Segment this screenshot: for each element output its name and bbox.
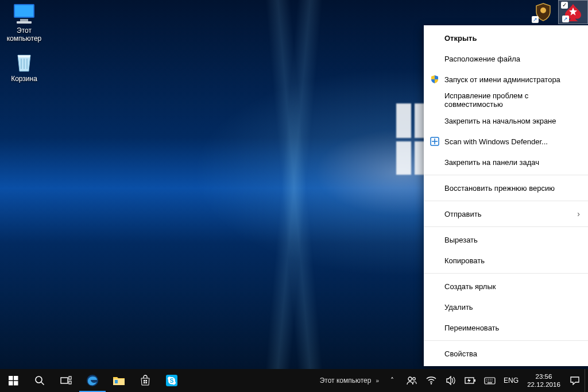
tray-volume[interactable]: [441, 369, 461, 392]
desktop-icon-label: Корзина: [11, 75, 37, 83]
taskbar-app-explorer[interactable]: [106, 369, 132, 392]
svg-rect-20: [144, 382, 145, 384]
windows-logo-icon: [9, 376, 18, 386]
menu-item-label: Открыть: [444, 34, 477, 43]
tray-battery[interactable]: [461, 369, 480, 392]
menu-item-run-as-admin[interactable]: Запуск от имени администратора: [424, 69, 588, 90]
svg-rect-9: [14, 381, 18, 386]
desktop-icon-recycle-bin[interactable]: Корзина: [3, 51, 45, 83]
svg-rect-8: [9, 381, 13, 386]
menu-item-compatibility[interactable]: Исправление проблем с совместимостью: [424, 90, 588, 110]
menu-item-restore-previous[interactable]: Восстановить прежнюю версию: [424, 178, 588, 198]
menu-item-pin-start[interactable]: Закрепить на начальном экране: [424, 110, 588, 131]
tray-input-indicator[interactable]: [480, 369, 500, 392]
menu-item-delete[interactable]: Удалить: [424, 297, 588, 317]
svg-point-25: [413, 378, 416, 381]
menu-item-create-shortcut[interactable]: Создать ярлык: [424, 276, 588, 297]
menu-separator: [424, 175, 588, 175]
desktop[interactable]: Этот компьютер Корзина ↗ ✓: [0, 0, 588, 392]
defender-icon: [430, 136, 440, 147]
menu-item-label: Отправить: [444, 210, 481, 218]
menu-item-send-to[interactable]: Отправить ›: [424, 203, 588, 224]
start-button[interactable]: [0, 369, 26, 392]
search-icon: [34, 375, 45, 386]
menu-item-properties[interactable]: Свойства: [424, 343, 588, 364]
menu-item-label: Переименовать: [444, 324, 499, 332]
store-icon: [140, 375, 151, 386]
system-tray: ˄ ENG 23:56 22.12.2016: [382, 369, 588, 392]
svg-rect-17: [115, 380, 118, 383]
taskbar-app-skype[interactable]: S: [158, 369, 185, 392]
shortcut-overlay-icon: ↗: [532, 16, 539, 23]
tray-language[interactable]: ENG: [500, 369, 523, 392]
svg-rect-21: [146, 382, 148, 384]
show-desktop-button[interactable]: [585, 369, 588, 392]
menu-item-label: Создать ярлык: [444, 282, 496, 291]
context-menu: Открыть Расположение файла Запуск от име…: [424, 25, 588, 366]
speaker-icon: [446, 376, 456, 385]
svg-rect-14: [69, 381, 71, 384]
menu-item-rename[interactable]: Переименовать: [424, 317, 588, 338]
svg-rect-19: [146, 380, 148, 382]
taskbar-overflow-chevron[interactable]: »: [376, 378, 379, 384]
chevron-right-icon: ›: [577, 209, 580, 218]
desktop-shortcuts-top-right: ↗ ✓ ↗: [528, 0, 588, 24]
svg-point-26: [431, 383, 432, 384]
menu-item-scan-defender[interactable]: Scan with Windows Defender...: [424, 131, 588, 152]
uac-shield-icon: [430, 74, 440, 84]
svg-point-10: [36, 376, 42, 383]
task-view-icon: [60, 376, 72, 385]
desktop-icon-label: Этот компьютер: [7, 26, 42, 43]
menu-item-label: Вырезать: [444, 236, 478, 244]
checkmark-icon: ✓: [561, 2, 568, 9]
menu-item-pin-taskbar[interactable]: Закрепить на панели задач: [424, 152, 588, 172]
recycle-bin-icon: [11, 51, 37, 74]
svg-point-4: [540, 7, 546, 13]
keyboard-icon: [484, 376, 496, 385]
menu-item-label: Свойства: [444, 349, 477, 358]
taskbar: S Этот компьютер » ˄ ENG 23:56 22.12.201…: [0, 369, 588, 392]
menu-item-label: Закрепить на панели задач: [444, 158, 539, 167]
svg-text:S: S: [170, 378, 174, 384]
menu-item-label: Восстановить прежнюю версию: [444, 184, 555, 193]
clock-time: 23:56: [525, 372, 563, 381]
tray-people[interactable]: [402, 369, 421, 392]
menu-item-label: Исправление проблем с совместимостью: [444, 91, 580, 109]
menu-separator: [424, 201, 588, 201]
language-label: ENG: [504, 376, 519, 385]
tray-show-hidden[interactable]: ˄: [382, 369, 402, 392]
menu-item-file-location[interactable]: Расположение файла: [424, 48, 588, 69]
chevron-up-icon: ˄: [390, 376, 394, 385]
tray-clock[interactable]: 23:56 22.12.2016: [523, 370, 565, 391]
menu-item-label: Scan with Windows Defender...: [444, 137, 548, 146]
pokerstars-shortcut[interactable]: ✓ ↗: [558, 0, 588, 24]
folder-icon: [113, 375, 125, 386]
menu-item-open[interactable]: Открыть: [424, 28, 588, 48]
svg-rect-7: [14, 376, 18, 381]
people-icon: [407, 376, 417, 385]
menu-item-cut[interactable]: Вырезать: [424, 229, 588, 250]
svg-rect-3: [17, 21, 32, 24]
battery-icon: [465, 377, 476, 384]
svg-line-11: [41, 382, 44, 385]
menu-item-copy[interactable]: Копировать: [424, 250, 588, 271]
wifi-icon: [426, 376, 436, 385]
svg-rect-6: [9, 376, 13, 381]
task-view-button[interactable]: [53, 369, 79, 392]
tray-action-center[interactable]: [565, 369, 585, 392]
shortcut-overlay-icon: ↗: [562, 16, 569, 22]
menu-item-label: Удалить: [444, 303, 473, 312]
taskbar-app-edge[interactable]: [79, 369, 106, 392]
menu-item-label: Расположение файла: [444, 55, 520, 63]
search-button[interactable]: [26, 369, 53, 392]
tray-network[interactable]: [421, 369, 441, 392]
notification-icon: [570, 376, 580, 385]
clock-date: 22.12.2016: [525, 381, 563, 389]
svg-rect-12: [61, 378, 68, 383]
desktop-icon-this-pc[interactable]: Этот компьютер: [3, 2, 45, 43]
shield-shortcut[interactable]: ↗: [528, 0, 558, 24]
computer-icon: [11, 2, 37, 25]
menu-separator: [424, 226, 588, 227]
taskbar-app-store[interactable]: [132, 369, 158, 392]
menu-item-label: Копировать: [444, 256, 485, 265]
